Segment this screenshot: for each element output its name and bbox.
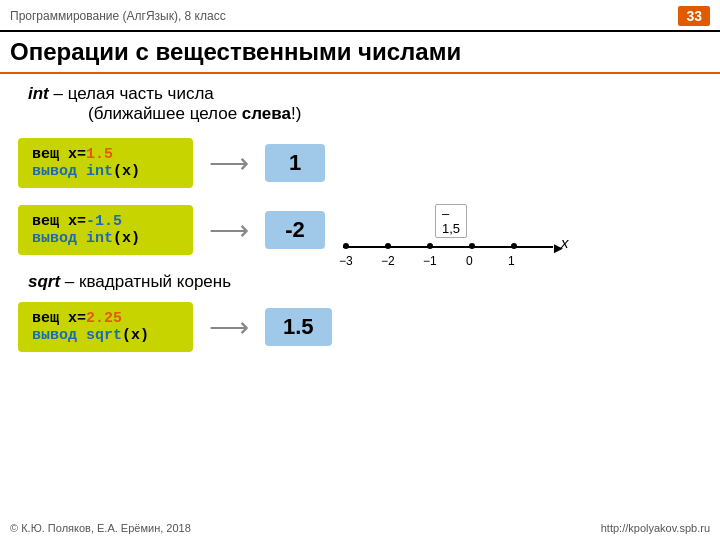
tick-0: 0 [466,254,473,268]
content-area: int – целая часть числа (ближайшее целое… [0,84,720,352]
num1: 1.5 [86,146,113,163]
arrow-3: ⟶ [209,311,249,344]
tick-neg3: −3 [339,254,353,268]
tick-neg1: −1 [423,254,437,268]
footer: © К.Ю. Поляков, Е.А. Ерёмин, 2018 http:/… [0,522,720,534]
header: Программирование (АлгЯзык), 8 класс 33 [0,0,720,30]
int-description: int – целая часть числа (ближайшее целое… [28,84,702,124]
tick-1: 1 [508,254,515,268]
kw1: вещ [32,146,59,163]
arrow-2: ⟶ [209,214,249,247]
tick-neg2: −2 [381,254,395,268]
dot-neg2 [385,243,391,249]
nl-label: – 1,5 [435,204,467,238]
result-box-1: 1 [265,144,325,182]
result-box-2: -2 [265,211,325,249]
footer-right: http://kpolyakov.spb.ru [601,522,710,534]
num3: 2.25 [86,310,122,327]
num2: -1.5 [86,213,122,230]
sqrt-description: sqrt – квадратный корень [28,272,702,292]
kw2: вывод [32,163,77,180]
nl-line [343,246,553,248]
arrow-1: ⟶ [209,147,249,180]
title-bar: Операции с вещественными числами [0,30,720,74]
sqrt-keyword: sqrt [28,272,60,291]
page-number: 33 [678,6,710,26]
code-block-1: вещ x=1.5 вывод int(x) [18,138,193,188]
desc1-sub: (ближайшее целое слева!) [88,104,301,123]
nl-x-label: x [561,234,569,251]
footer-left: © К.Ю. Поляков, Е.А. Ерёмин, 2018 [10,522,191,534]
dot-neg3 [343,243,349,249]
page-title: Операции с вещественными числами [10,38,461,65]
desc2-text: – квадратный корень [60,272,231,291]
result-box-3: 1.5 [265,308,332,346]
example-row-1: вещ x=1.5 вывод int(x) ⟶ 1 [18,138,702,188]
code-block-2: вещ x=-1.5 вывод int(x) [18,205,193,255]
dot-1 [511,243,517,249]
course-title: Программирование (АлгЯзык), 8 класс [10,9,226,23]
dot-neg1 [427,243,433,249]
example-row-2: вещ x=-1.5 вывод int(x) ⟶ -2 – 1,5 ► x [18,200,702,260]
int-keyword: int [28,84,49,103]
example-row-3: вещ x=2.25 вывод sqrt(x) ⟶ 1.5 [18,302,702,352]
code-block-3: вещ x=2.25 вывод sqrt(x) [18,302,193,352]
dot-0 [469,243,475,249]
desc1-text: – целая часть числа [49,84,214,103]
